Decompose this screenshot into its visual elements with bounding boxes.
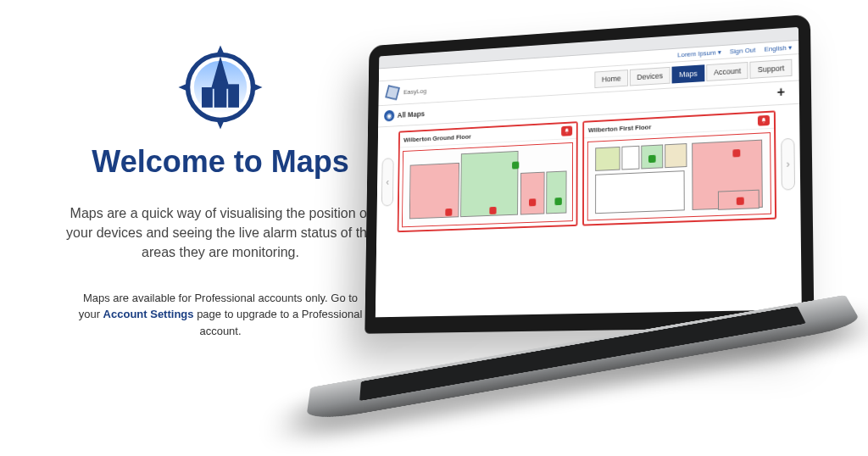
floorplan-first (587, 132, 771, 220)
floorplan-ground (402, 142, 573, 227)
carousel-next-button[interactable]: › (781, 138, 795, 191)
maps-section-icon: ◉ (384, 110, 394, 122)
page-title: Welcome to Maps (51, 144, 390, 180)
svg-marker-3 (179, 83, 190, 92)
svg-rect-9 (214, 81, 227, 108)
svg-marker-4 (252, 83, 263, 92)
maps-description: Maps are a quick way of visualising the … (51, 203, 390, 263)
carousel-prev-button[interactable]: ‹ (381, 158, 394, 206)
add-map-button[interactable]: + (777, 85, 793, 101)
svg-marker-1 (216, 46, 225, 57)
svg-marker-2 (216, 119, 225, 130)
sign-out-link[interactable]: Sign Out (730, 46, 756, 55)
alarm-bell-icon (561, 125, 572, 136)
brand-logo-icon (384, 83, 400, 102)
laptop-mockup: Lorem Ipsum ▾ Sign Out English ▾ EasyLog… (342, 25, 868, 432)
svg-rect-8 (202, 87, 213, 108)
compass-logo-icon (174, 41, 267, 134)
tab-devices[interactable]: Devices (630, 67, 670, 86)
tab-maps[interactable]: Maps (671, 64, 704, 83)
tab-account[interactable]: Account (706, 62, 748, 81)
map-card-title: Wilberton Ground Floor (403, 132, 471, 143)
alarm-bell-icon (758, 115, 770, 126)
section-title: All Maps (398, 109, 425, 119)
brand-name: EasyLog (403, 86, 426, 95)
tab-home[interactable]: Home (594, 70, 628, 88)
map-card-first-floor[interactable]: Wilberton First Floor (582, 110, 776, 225)
language-menu[interactable]: English ▾ (765, 44, 793, 53)
user-menu[interactable]: Lorem Ipsum ▾ (677, 48, 721, 58)
note-post: page to upgrade to a Professional accoun… (194, 308, 363, 337)
tab-support[interactable]: Support (750, 59, 793, 79)
map-card-ground-floor[interactable]: Wilberton Ground Floor (398, 121, 578, 232)
map-card-title: Wilberton First Floor (588, 123, 651, 134)
svg-rect-10 (228, 84, 239, 108)
account-settings-link[interactable]: Account Settings (103, 308, 194, 320)
upgrade-note: Maps are available for Professional acco… (51, 290, 390, 340)
